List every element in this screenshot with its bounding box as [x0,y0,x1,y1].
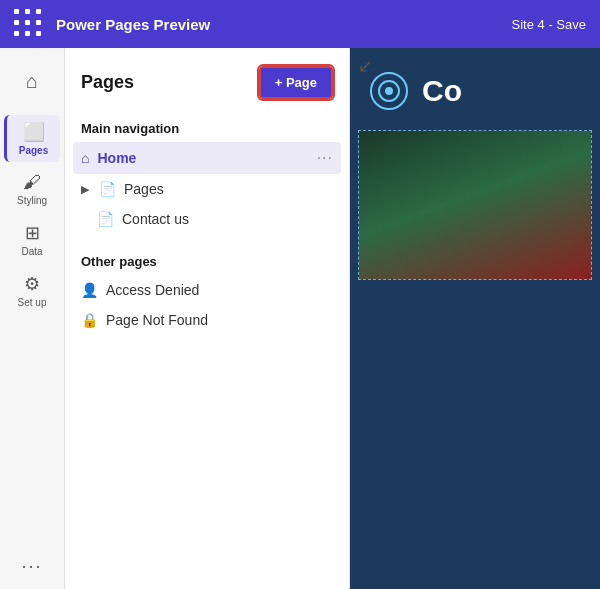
sidebar-item-data-label: Data [21,246,42,257]
pages-page-icon: 📄 [99,181,116,197]
app-title: Power Pages Preview [56,16,210,33]
home-nav[interactable]: ⌂ [20,56,44,111]
contact-page-icon: 📄 [97,211,114,227]
home-icon[interactable]: ⌂ [20,64,44,99]
sidebar-item-data[interactable]: ⊞ Data [4,216,60,263]
styling-icon: 🖌 [23,172,41,193]
sidebar-item-pages-label: Pages [19,145,48,156]
main-layout: ⌂ ⬜ Pages 🖌 Styling ⊞ Data ⚙ Set up ··· … [0,48,600,589]
preview-logo-outer [378,80,400,102]
site-info: Site 4 - Save [512,17,586,32]
not-found-label: Page Not Found [106,312,333,328]
nav-item-pages[interactable]: ▶ 📄 Pages [73,174,341,204]
nav-item-access-denied[interactable]: 👤 Access Denied [73,275,341,305]
contact-page-label: Contact us [122,211,333,227]
pages-panel: Pages + Page Main navigation ⌂ Home ··· … [65,48,350,589]
home-page-icon: ⌂ [81,150,89,166]
more-options-button[interactable]: ··· [21,544,42,589]
preview-logo-dot [385,87,393,95]
sidebar-item-setup-label: Set up [18,297,47,308]
app-grid-icon[interactable] [14,9,44,39]
sidebar-item-setup[interactable]: ⚙ Set up [4,267,60,314]
access-denied-label: Access Denied [106,282,333,298]
pages-content: Main navigation ⌂ Home ··· ▶ 📄 Pages 📄 C… [65,113,349,589]
not-found-icon: 🔒 [81,312,98,328]
pages-page-label: Pages [124,181,333,197]
main-navigation-heading: Main navigation [73,113,341,142]
preview-header-bar: Co [350,48,600,130]
nav-item-contact[interactable]: 📄 Contact us [73,204,341,234]
sidebar-item-pages[interactable]: ⬜ Pages [4,115,60,162]
home-item-more-icon[interactable]: ··· [317,149,333,167]
pages-icon: ⬜ [23,121,45,143]
pages-header: Pages + Page [65,48,349,113]
top-bar: Power Pages Preview Site 4 - Save [0,0,600,48]
preview-panel: ↗ Co [350,48,600,589]
sidebar-item-styling-label: Styling [17,195,47,206]
data-icon: ⊞ [25,222,40,244]
setup-icon: ⚙ [24,273,40,295]
preview-content: Co [350,48,600,589]
resize-icon: ↗ [358,56,373,78]
pages-chevron-icon: ▶ [81,183,89,196]
preview-image-area [358,130,592,280]
sidebar-item-styling[interactable]: 🖌 Styling [4,166,60,212]
icon-sidebar: ⌂ ⬜ Pages 🖌 Styling ⊞ Data ⚙ Set up ··· [0,48,65,589]
preview-co-text: Co [422,74,462,108]
access-denied-icon: 👤 [81,282,98,298]
add-page-button[interactable]: + Page [259,66,333,99]
nav-item-not-found[interactable]: 🔒 Page Not Found [73,305,341,335]
nav-item-home[interactable]: ⌂ Home ··· [73,142,341,174]
other-pages-heading: Other pages [73,246,341,275]
pages-panel-title: Pages [81,72,134,93]
preview-logo [370,72,408,110]
home-page-label: Home [97,150,308,166]
